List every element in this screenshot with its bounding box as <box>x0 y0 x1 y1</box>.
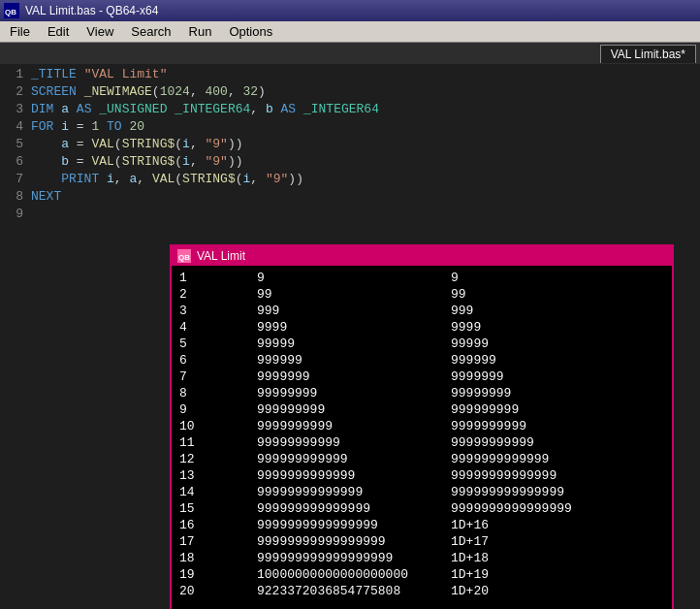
code-line-9: 9 <box>4 206 696 223</box>
row-col2: 9999999999 <box>257 418 451 434</box>
row-col1: 18 <box>179 550 257 566</box>
svg-text:QB: QB <box>178 253 190 262</box>
menu-edit[interactable]: Edit <box>40 22 77 41</box>
svg-text:QB: QB <box>5 8 16 16</box>
row-col3: 9999999 <box>451 369 645 385</box>
output-row: 199 <box>179 270 664 286</box>
line-num-8: 8 <box>4 188 23 206</box>
menu-bar: File Edit View Search Run Options <box>0 21 700 43</box>
code-text-8: NEXT <box>31 188 61 206</box>
row-col3: 99999 <box>451 336 645 352</box>
code-line-5: 5 a = VAL(STRING$(i, "9")) <box>4 136 696 153</box>
editor[interactable]: 1 _TITLE "VAL Limit" 2 SCREEN _NEWIMAGE(… <box>0 64 700 225</box>
menu-search[interactable]: Search <box>123 22 178 41</box>
row-col1: 13 <box>179 467 257 484</box>
row-col2: 9 <box>257 270 451 286</box>
row-col1: 2 <box>179 286 257 303</box>
output-row: 19100000000000000000001D+19 <box>179 566 664 583</box>
menu-file[interactable]: File <box>2 22 38 41</box>
code-line-4: 4 FOR i = 1 TO 20 <box>4 118 696 136</box>
code-text-2: SCREEN _NEWIMAGE(1024, 400, 32) <box>31 83 266 101</box>
row-col3: 1D+20 <box>451 583 645 599</box>
row-col1: 4 <box>179 319 257 336</box>
app-icon: QB <box>4 3 19 18</box>
output-row: 17999999999999999991D+17 <box>179 533 664 550</box>
editor-container: 1 _TITLE "VAL Limit" 2 SCREEN _NEWIMAGE(… <box>0 64 700 225</box>
output-row: 189999999999999999991D+18 <box>179 550 664 566</box>
row-col3: 9999 <box>451 319 645 336</box>
row-col2: 999999 <box>257 352 451 369</box>
output-row: 1499999999999999999999999999999 <box>179 484 664 500</box>
output-row: 129999999999999999999999999 <box>179 451 664 467</box>
row-col2: 999999999999999 <box>257 500 451 517</box>
row-col3: 999999999 <box>451 401 645 418</box>
row-col3: 9999999999999 <box>451 451 645 467</box>
row-col3: 9999999999999999 <box>451 500 645 517</box>
row-col3: 99999999 <box>451 385 645 401</box>
row-col2: 999999999 <box>257 401 451 418</box>
code-text-6: b = VAL(STRING$(i, "9")) <box>31 153 243 171</box>
row-col1: 16 <box>179 517 257 533</box>
title-bar: QB VAL Limit.bas - QB64-x64 <box>0 0 700 21</box>
row-col3: 1D+18 <box>451 550 645 566</box>
line-num-7: 7 <box>4 171 23 188</box>
menu-options[interactable]: Options <box>221 22 280 41</box>
code-line-3: 3 DIM a AS _UNSIGNED _INTEGER64, b AS _I… <box>4 101 696 118</box>
row-col1: 1 <box>179 270 257 286</box>
row-col2: 999 <box>257 303 451 319</box>
line-num-3: 3 <box>4 101 23 118</box>
output-row: 2092233720368547758081D+20 <box>179 583 664 599</box>
press-any-key: Press any key to continue <box>172 603 672 609</box>
tab-bar: VAL Limit.bas* <box>0 43 700 64</box>
output-row: 89999999999999999 <box>179 385 664 401</box>
output-row: 13999999999999999999999999999 <box>179 467 664 484</box>
output-row: 499999999 <box>179 319 664 336</box>
code-line-1: 1 _TITLE "VAL Limit" <box>4 66 696 83</box>
code-text-3: DIM a AS _UNSIGNED _INTEGER64, b AS _INT… <box>31 101 379 118</box>
line-num-4: 4 <box>4 118 23 136</box>
menu-view[interactable]: View <box>79 22 121 41</box>
line-num-1: 1 <box>4 66 23 83</box>
row-col1: 19 <box>179 566 257 583</box>
code-line-2: 2 SCREEN _NEWIMAGE(1024, 400, 32) <box>4 83 696 101</box>
row-col1: 3 <box>179 303 257 319</box>
row-col1: 8 <box>179 385 257 401</box>
code-line-6: 6 b = VAL(STRING$(i, "9")) <box>4 153 696 171</box>
row-col1: 14 <box>179 484 257 500</box>
row-col2: 10000000000000000000 <box>257 566 451 583</box>
output-row: 799999999999999 <box>179 369 664 385</box>
output-row: 6999999999999 <box>179 352 664 369</box>
row-col2: 99 <box>257 286 451 303</box>
row-col3: 999999999999999 <box>451 484 645 500</box>
row-col3: 99999999999999 <box>451 467 645 484</box>
row-col3: 9 <box>451 270 645 286</box>
row-col1: 10 <box>179 418 257 434</box>
row-col1: 9 <box>179 401 257 418</box>
code-text-4: FOR i = 1 TO 20 <box>31 118 144 136</box>
active-tab[interactable]: VAL Limit.bas* <box>600 45 696 63</box>
line-num-9: 9 <box>4 206 23 223</box>
row-col3: 9999999999 <box>451 418 645 434</box>
menu-run[interactable]: Run <box>181 22 220 41</box>
code-line-7: 7 PRINT i, a, VAL(STRING$(i, "9")) <box>4 171 696 188</box>
row-col3: 99999999999 <box>451 434 645 451</box>
row-col3: 1D+17 <box>451 533 645 550</box>
row-col2: 999999999999 <box>257 451 451 467</box>
code-text-5: a = VAL(STRING$(i, "9")) <box>31 136 243 153</box>
row-col2: 9999999999999 <box>257 467 451 484</box>
row-col1: 5 <box>179 336 257 352</box>
title-text: VAL Limit.bas - QB64-x64 <box>25 4 696 17</box>
output-row: 3999999 <box>179 303 664 319</box>
row-col2: 9223372036854775808 <box>257 583 451 599</box>
row-col3: 99 <box>451 286 645 303</box>
output-row: 159999999999999999999999999999999 <box>179 500 664 517</box>
row-col2: 99999 <box>257 336 451 352</box>
row-col1: 12 <box>179 451 257 467</box>
output-row: 29999 <box>179 286 664 303</box>
output-title-bar: QB VAL Limit <box>172 246 672 266</box>
row-col1: 15 <box>179 500 257 517</box>
row-col2: 9999999 <box>257 369 451 385</box>
row-col1: 17 <box>179 533 257 550</box>
output-row: 9999999999999999999 <box>179 401 664 418</box>
row-col2: 999999999999999999 <box>257 550 451 566</box>
